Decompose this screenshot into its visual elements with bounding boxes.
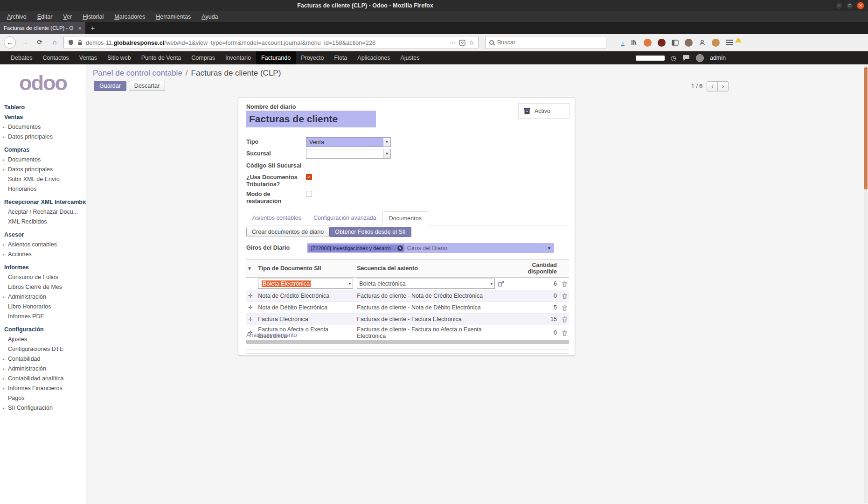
menu-marcadores[interactable]: Marcadores bbox=[114, 14, 145, 20]
tracking-shield-icon[interactable] bbox=[68, 39, 74, 46]
user-avatar[interactable] bbox=[696, 54, 704, 62]
extension-icon-2[interactable] bbox=[658, 39, 666, 47]
sidebar-item-contabilidad[interactable]: ▸Contabilidad bbox=[0, 354, 86, 364]
topnav-inventario[interactable]: Inventario bbox=[220, 51, 256, 64]
fold-icon[interactable]: ▾ bbox=[248, 265, 251, 272]
save-button[interactable]: Guardar bbox=[94, 81, 126, 91]
sidebar-item-documentos-compras[interactable]: ▸Documentos bbox=[0, 155, 86, 165]
discard-button[interactable]: Descartar bbox=[129, 81, 165, 91]
sidebar-item-acciones[interactable]: ▸Acciones bbox=[0, 250, 86, 259]
trash-icon[interactable] bbox=[562, 330, 567, 336]
table-row[interactable]: ✛ Nota de Crédito Electrónica Facturas d… bbox=[246, 290, 569, 302]
extension-icon-1[interactable] bbox=[644, 39, 652, 47]
sidebar-section-configuracion[interactable]: Configuración bbox=[0, 325, 86, 335]
pager-next-button[interactable]: › bbox=[717, 81, 729, 91]
sidebar-item-subir-xml[interactable]: Subir XML de Envío bbox=[0, 175, 86, 184]
journal-name-input[interactable] bbox=[246, 111, 376, 127]
sidebar-item-datos-principales-compras[interactable]: ▸Datos principales bbox=[0, 165, 86, 175]
giros-tag[interactable]: [722000] Investigaciones y desarro... × bbox=[308, 245, 404, 252]
sidebar-section-compras[interactable]: Compras bbox=[0, 145, 86, 155]
sidebar-section-asesor[interactable]: Asesor bbox=[0, 230, 86, 240]
menu-ver[interactable]: Ver bbox=[63, 14, 72, 20]
tab-documentos[interactable]: Documentos bbox=[382, 211, 428, 225]
topnav-debates[interactable]: Debates bbox=[6, 51, 38, 64]
column-header-secuencia[interactable]: Secuencia del asiento bbox=[355, 259, 507, 278]
reload-button[interactable]: ⟳ bbox=[34, 36, 46, 49]
sidebar-item-xml-recibidos[interactable]: XML Recibidos bbox=[0, 217, 86, 227]
url-bar[interactable]: demos-11.globalresponse.cl/web#id=1&view… bbox=[63, 36, 479, 49]
menu-archivo[interactable]: Archivo bbox=[7, 14, 27, 20]
menu-historial[interactable]: Historial bbox=[83, 14, 104, 20]
minimize-icon[interactable]: − bbox=[835, 2, 843, 9]
topnav-proyecto[interactable]: Proyecto bbox=[296, 51, 329, 64]
column-header-tipo[interactable]: Tipo de Documento SII bbox=[256, 259, 355, 278]
sidebar-item-libros-cierre[interactable]: Libros Cierre de Mes bbox=[0, 282, 86, 292]
create-documents-button[interactable]: Crear documentos de diario bbox=[246, 227, 329, 237]
table-row[interactable]: ✛ Nota de Débito Electrónica Facturas de… bbox=[246, 302, 569, 314]
scrollbar-thumb[interactable] bbox=[864, 67, 868, 189]
library-icon[interactable] bbox=[631, 39, 638, 46]
home-button[interactable]: ⌂ bbox=[49, 36, 61, 49]
drag-handle-icon[interactable]: ✛ bbox=[248, 316, 253, 322]
get-folios-button[interactable]: Obtener Folios desde el SII bbox=[329, 227, 411, 237]
giros-tags-field[interactable]: [722000] Investigaciones y desarro... × … bbox=[307, 243, 554, 253]
tab-asientos-contables[interactable]: Asientos contables bbox=[246, 211, 307, 225]
sidebar-item-pagos[interactable]: Pagos bbox=[0, 393, 86, 403]
modo-restauracion-checkbox[interactable] bbox=[306, 191, 312, 197]
clock-icon[interactable]: ◷ bbox=[671, 54, 676, 62]
table-row-editing[interactable]: Boleta Electrónica ▾ Boleta electrónica … bbox=[246, 278, 569, 290]
menu-herramientas[interactable]: Herramientas bbox=[156, 14, 191, 20]
new-tab-button[interactable]: + bbox=[85, 22, 100, 34]
maximize-icon[interactable]: □ bbox=[846, 2, 854, 9]
dropdown-icon[interactable]: ▾ bbox=[548, 245, 550, 251]
tab-close-icon[interactable]: × bbox=[78, 25, 82, 32]
tipo-documento-input[interactable]: Boleta Electrónica ▾ bbox=[258, 279, 353, 289]
browser-tab[interactable]: Facturas de cliente (CLP) - O × bbox=[0, 22, 85, 34]
dropdown-icon[interactable]: ▾ bbox=[489, 281, 495, 286]
usa-documentos-checkbox[interactable]: ✓ bbox=[306, 174, 312, 180]
drag-handle-icon[interactable]: ✛ bbox=[248, 304, 253, 311]
topnav-aplicaciones[interactable]: Aplicaciones bbox=[352, 51, 395, 64]
search-input[interactable] bbox=[497, 39, 590, 46]
breadcrumb-parent-link[interactable]: Panel de control contable bbox=[93, 69, 182, 77]
sidebar-item-administracion[interactable]: ▸Administración bbox=[0, 292, 86, 302]
search-bar[interactable] bbox=[485, 36, 606, 49]
trash-icon[interactable] bbox=[562, 305, 567, 311]
back-button[interactable]: ← bbox=[4, 36, 16, 49]
add-row-link[interactable]: Añadir un elemento bbox=[246, 332, 297, 338]
topnav-ajustes[interactable]: Ajustes bbox=[396, 51, 425, 64]
topnav-facturando[interactable]: Facturando bbox=[256, 51, 296, 64]
sidebar-item-ajustes[interactable]: Ajustes bbox=[0, 335, 86, 344]
sidebar-item-configuraciones-dte[interactable]: Configuraciones DTE bbox=[0, 344, 86, 354]
sidebar-item-consumo-folios[interactable]: Consumo de Folios bbox=[0, 273, 86, 282]
close-icon[interactable]: ✕ bbox=[857, 2, 864, 9]
topnav-flota[interactable]: Flota bbox=[329, 51, 353, 64]
dropdown-icon[interactable]: ▾ bbox=[383, 138, 390, 147]
active-button[interactable]: Activo bbox=[518, 103, 569, 119]
menu-icon[interactable] bbox=[726, 40, 733, 45]
sidebar-section-tablero[interactable]: Tablero bbox=[0, 103, 86, 112]
topnav-punto-de-venta[interactable]: Punto de Venta bbox=[136, 51, 187, 64]
extension-icon-3[interactable] bbox=[685, 39, 693, 47]
remove-tag-icon[interactable]: × bbox=[397, 245, 403, 251]
trash-icon[interactable] bbox=[562, 293, 567, 299]
sidebar-section-recepcionar-xml[interactable]: Recepcionar XML Intercambio bbox=[0, 197, 86, 207]
sidebar-item-documentos[interactable]: ▸Documentos bbox=[0, 122, 86, 132]
sidebar-item-honorarios[interactable]: Honorarios bbox=[0, 184, 86, 194]
dropdown-icon[interactable]: ▾ bbox=[383, 149, 390, 158]
url-text[interactable]: demos-11.globalresponse.cl/web#id=1&view… bbox=[86, 39, 446, 46]
dropdown-icon[interactable]: ▾ bbox=[347, 281, 353, 286]
sidebar-item-contabilidad-analitica[interactable]: ▸Contabilidad analítica bbox=[0, 374, 86, 384]
sidebar-item-libro-honorarios[interactable]: Libro Honorarios bbox=[0, 302, 86, 312]
user-name[interactable]: admin bbox=[710, 55, 726, 61]
menu-ayuda[interactable]: Ayuda bbox=[201, 14, 218, 20]
topnav-sitio-web[interactable]: Sitio web bbox=[102, 51, 136, 64]
pager-previous-button[interactable]: ‹ bbox=[707, 81, 718, 91]
sidebar-item-datos-principales[interactable]: ▸Datos principales bbox=[0, 132, 86, 142]
bookmark-star-icon[interactable]: ☆ bbox=[469, 39, 474, 46]
sidebar-item-asientos-contables[interactable]: ▸Asientos contables bbox=[0, 240, 86, 250]
download-icon[interactable]: ↓ bbox=[621, 39, 625, 46]
trash-icon[interactable] bbox=[562, 281, 567, 287]
page-scrollbar[interactable] bbox=[864, 65, 868, 503]
sidebar-item-informes-pdf[interactable]: Informes PDF bbox=[0, 312, 86, 322]
